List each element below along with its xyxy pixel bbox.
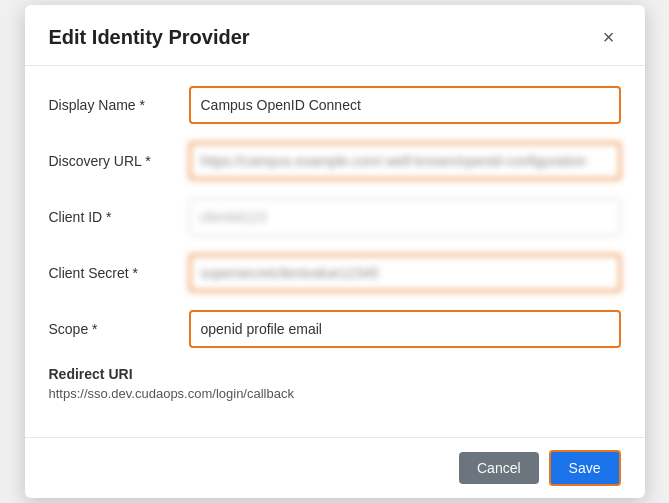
modal-title: Edit Identity Provider <box>49 26 250 49</box>
redirect-uri-section: Redirect URI https://sso.dev.cudaops.com… <box>49 366 621 401</box>
modal-header: Edit Identity Provider × <box>25 5 645 66</box>
display-name-row: Display Name * <box>49 86 621 124</box>
discovery-url-label: Discovery URL * <box>49 153 189 169</box>
scope-label: Scope * <box>49 321 189 337</box>
client-secret-row: Client Secret * <box>49 254 621 292</box>
modal-footer: Cancel Save <box>25 437 645 498</box>
redirect-uri-value: https://sso.dev.cudaops.com/login/callba… <box>49 386 621 401</box>
client-secret-label: Client Secret * <box>49 265 189 281</box>
client-id-row: Client ID * <box>49 198 621 236</box>
client-id-label: Client ID * <box>49 209 189 225</box>
close-button[interactable]: × <box>597 25 621 49</box>
display-name-input[interactable] <box>189 86 621 124</box>
display-name-label: Display Name * <box>49 97 189 113</box>
client-secret-input[interactable] <box>189 254 621 292</box>
cancel-button[interactable]: Cancel <box>459 452 539 484</box>
modal-body: Display Name * Discovery URL * Client ID… <box>25 66 645 437</box>
modal-overlay: Edit Identity Provider × Display Name * … <box>0 0 669 503</box>
edit-identity-provider-modal: Edit Identity Provider × Display Name * … <box>25 5 645 498</box>
scope-input[interactable] <box>189 310 621 348</box>
discovery-url-input[interactable] <box>189 142 621 180</box>
redirect-uri-label: Redirect URI <box>49 366 621 382</box>
discovery-url-row: Discovery URL * <box>49 142 621 180</box>
client-id-input[interactable] <box>189 198 621 236</box>
scope-row: Scope * <box>49 310 621 348</box>
save-button[interactable]: Save <box>549 450 621 486</box>
